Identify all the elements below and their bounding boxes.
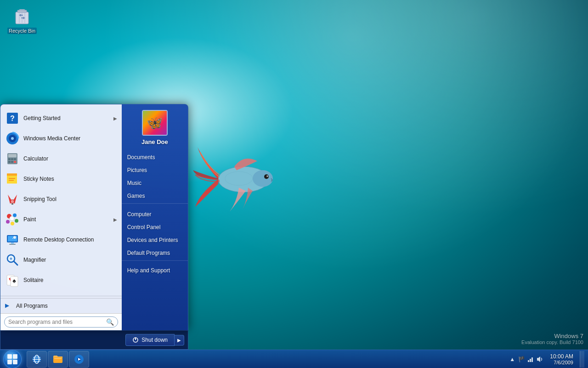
windows-media-center-icon: [5, 131, 20, 146]
svg-rect-24: [8, 161, 11, 163]
svg-rect-26: [14, 161, 16, 163]
clock[interactable]: 10:00 AM 7/6/2009: [546, 352, 577, 366]
svg-rect-32: [11, 203, 13, 205]
menu-item-windows-media-center[interactable]: Windows Media Center: [0, 128, 122, 149]
menu-item-label: Calculator: [23, 155, 48, 162]
svg-point-35: [15, 219, 18, 223]
arrow-icon: ▶: [113, 116, 117, 121]
menu-item-remote-desktop[interactable]: Remote Desktop Connection: [0, 230, 122, 250]
menu-item-solitaire[interactable]: ♥ ♠ Solitaire: [0, 270, 122, 290]
tray-flag-icon[interactable]: 🏴: [518, 356, 525, 363]
paint-icon: [5, 212, 20, 227]
svg-rect-23: [14, 158, 16, 160]
media-player-icon: [74, 354, 85, 365]
search-box: 🔍: [0, 313, 122, 330]
menu-item-getting-started[interactable]: ? Getting Started ▶: [0, 108, 122, 128]
menu-item-label: Sticky Notes: [23, 176, 54, 182]
search-input-wrap: 🔍: [4, 316, 118, 328]
user-profile: 🦋 Jane Doe: [122, 104, 188, 149]
user-name: Jane Doe: [141, 138, 168, 145]
recycle-bin-icon[interactable]: Recycle Bin: [4, 4, 40, 34]
svg-point-7: [253, 170, 273, 187]
snipping-tool-icon: [5, 192, 20, 207]
fish-decoration: [193, 129, 308, 230]
tray-volume-icon[interactable]: [536, 356, 543, 363]
menu-item-label: Paint: [23, 216, 36, 223]
svg-point-31: [11, 200, 14, 203]
search-input[interactable]: [8, 319, 106, 325]
recycle-bin-image: [11, 4, 33, 26]
menu-item-sticky-notes[interactable]: Sticky Notes: [0, 169, 122, 189]
menu-item-label: Snipping Tool: [23, 196, 57, 202]
svg-rect-22: [11, 158, 13, 160]
taskbar-ie[interactable]: [27, 351, 47, 368]
shutdown-arrow-button[interactable]: ▶: [175, 335, 184, 345]
taskbar-explorer[interactable]: [48, 351, 68, 368]
svg-point-37: [6, 220, 10, 224]
watermark-line2: Evaluation copy. Build 7100: [521, 339, 583, 345]
svg-rect-53: [7, 354, 12, 359]
svg-rect-55: [7, 360, 12, 364]
svg-point-18: [11, 137, 14, 140]
svg-rect-20: [8, 154, 17, 157]
taskbar-apps: [27, 350, 89, 368]
svg-rect-66: [530, 359, 531, 362]
tray-arrow-icon[interactable]: ▲: [509, 356, 516, 363]
magnifier-icon: +: [5, 253, 20, 267]
svg-marker-68: [537, 356, 540, 362]
all-programs-label: All Programs: [16, 303, 48, 309]
tray-network-icon[interactable]: [527, 356, 534, 363]
right-item-help-support[interactable]: Help and Support: [122, 264, 188, 277]
start-menu-body: ? Getting Started ▶: [0, 104, 188, 330]
svg-text:+: +: [10, 256, 12, 261]
start-menu: ? Getting Started ▶: [0, 104, 188, 350]
menu-item-magnifier[interactable]: + Magnifier: [0, 250, 122, 270]
sticky-notes-icon: [5, 172, 20, 186]
svg-rect-60: [53, 356, 62, 363]
start-menu-bottom: Shut down ▶: [0, 330, 188, 350]
remote-desktop-icon: [5, 232, 20, 247]
right-item-devices-printers[interactable]: Devices and Printers: [122, 234, 188, 247]
svg-rect-67: [531, 357, 533, 362]
avatar-image: 🦋: [143, 111, 167, 135]
arrow-icon: ▶: [113, 217, 117, 222]
svg-rect-54: [13, 354, 17, 359]
right-item-pictures[interactable]: Pictures: [122, 164, 188, 177]
shutdown-label: Shut down: [141, 337, 168, 343]
start-menu-left: ? Getting Started ▶: [0, 104, 122, 330]
recycle-bin-label: Recycle Bin: [7, 28, 37, 34]
menu-item-calculator[interactable]: Calculator: [0, 149, 122, 169]
right-item-music[interactable]: Music: [122, 177, 188, 190]
all-programs-button[interactable]: ▶ All Programs: [0, 298, 122, 313]
taskbar-media-player[interactable]: [69, 351, 89, 368]
start-button[interactable]: [0, 350, 25, 368]
svg-rect-41: [11, 242, 14, 244]
menu-item-snipping-tool[interactable]: Snipping Tool: [0, 189, 122, 209]
right-item-games[interactable]: Games: [122, 190, 188, 202]
svg-text:?: ?: [10, 115, 15, 122]
right-item-default-programs[interactable]: Default Programs: [122, 247, 188, 259]
user-avatar[interactable]: 🦋: [142, 110, 168, 136]
svg-point-36: [11, 222, 14, 225]
right-item-computer[interactable]: Computer: [122, 208, 188, 221]
svg-rect-56: [13, 360, 17, 364]
right-item-documents[interactable]: Documents: [122, 151, 188, 164]
program-list: ? Getting Started ▶: [0, 104, 122, 294]
search-icon[interactable]: 🔍: [106, 318, 114, 326]
menu-item-label: Magnifier: [23, 257, 46, 263]
svg-rect-28: [7, 173, 17, 176]
clock-time: 10:00 AM: [550, 353, 573, 360]
right-item-control-panel[interactable]: Control Panel: [122, 221, 188, 234]
menu-item-paint[interactable]: Paint ▶: [0, 209, 122, 230]
show-desktop-button[interactable]: [580, 351, 584, 368]
taskbar: ▲ 🏴 10:00 AM 7/6: [0, 350, 588, 368]
programs-divider: [0, 296, 122, 296]
shutdown-button[interactable]: Shut down: [125, 334, 175, 346]
svg-point-9: [266, 175, 268, 177]
desktop: Recycle Bin: [0, 0, 588, 368]
right-menu-items: Documents Pictures Music Games Computer …: [122, 149, 188, 330]
svg-rect-25: [11, 161, 13, 163]
power-icon: [132, 337, 139, 343]
calculator-icon: [5, 151, 20, 166]
ie-icon: [31, 354, 42, 365]
